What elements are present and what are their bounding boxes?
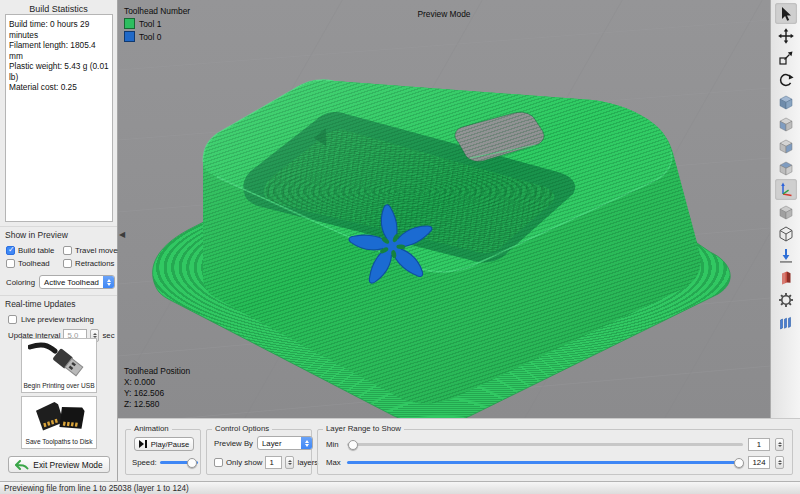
realtime-updates-label: Real-time Updates: [0, 295, 117, 311]
preview-controls-panel: Animation Play/Pause Speed: Control Opti…: [118, 418, 800, 481]
checkbox-label: Travel moves: [75, 246, 122, 255]
application-window: Build Statistics Build time: 0 hours 29 …: [0, 0, 800, 494]
toolhead-x-value: X: 0.000: [124, 377, 190, 388]
move-tool-icon[interactable]: [775, 25, 797, 46]
toolhead-position-title: Toolhead Position: [124, 366, 190, 377]
back-arrow-icon: [15, 460, 29, 470]
speed-row: Speed:: [132, 458, 198, 467]
interval-unit-label: sec: [102, 331, 114, 340]
stat-line: Filament length: 1805.4 mm: [9, 40, 109, 61]
view-toolbar: [770, 0, 800, 481]
min-slider-thumb[interactable]: [348, 440, 358, 450]
usb-cable-image: [22, 339, 96, 381]
view-front-icon[interactable]: [775, 113, 797, 134]
only-show-checkbox[interactable]: [214, 458, 223, 467]
min-layer-stepper[interactable]: [775, 438, 784, 451]
only-show-stepper[interactable]: [285, 456, 294, 469]
min-label: Min: [326, 440, 342, 449]
checkbox-toolhead[interactable]: Toolhead: [6, 257, 63, 270]
view-default-icon[interactable]: [775, 91, 797, 112]
exit-button-label: Exit Preview Mode: [33, 460, 102, 470]
toolhead-legend: Toolhead Number Tool 1Tool 0: [124, 6, 190, 42]
sidebar-collapse-handle[interactable]: ◀: [119, 230, 125, 239]
solid-render-icon[interactable]: [775, 201, 797, 222]
machine-settings-icon[interactable]: [775, 289, 797, 310]
stat-line: Build time: 0 hours 29 minutes: [9, 19, 109, 40]
disk-button-caption: Save Toolpaths to Disk: [26, 437, 93, 448]
legend-label: Tool 0: [139, 32, 161, 42]
only-show-row: Only show 1 layers: [214, 456, 318, 469]
control-options-label: Control Options: [212, 424, 272, 433]
coloring-row: Coloring Active Toolhead: [0, 270, 117, 293]
build-statistics-panel: Build Statistics Build time: 0 hours 29 …: [0, 0, 118, 481]
exit-preview-mode-button[interactable]: Exit Preview Mode: [8, 456, 110, 473]
rotate-tool-icon[interactable]: [775, 69, 797, 90]
checkbox-build-table[interactable]: Build table: [6, 244, 63, 257]
live-preview-tracking-checkbox[interactable]: Live preview tracking: [0, 311, 117, 324]
preview-by-row: Preview By Layer: [214, 436, 313, 450]
play-pause-button[interactable]: Play/Pause: [134, 437, 194, 451]
coloring-label: Coloring: [6, 278, 35, 287]
support-structures-icon[interactable]: [775, 267, 797, 288]
only-show-input[interactable]: 1: [265, 456, 282, 469]
legend-label: Tool 1: [139, 19, 161, 29]
status-text: Previewing file from line 1 to 25038 (la…: [4, 484, 189, 493]
max-slider-thumb[interactable]: [734, 458, 744, 468]
checkbox-icon[interactable]: [63, 259, 72, 268]
checkbox-icon[interactable]: [63, 246, 72, 255]
status-bar: Previewing file from line 1 to 25038 (la…: [0, 481, 800, 494]
drop-to-bed-icon[interactable]: [775, 245, 797, 266]
only-show-label: Only show: [226, 458, 262, 467]
legend-title: Toolhead Number: [124, 6, 190, 16]
toolpath-layers-icon[interactable]: [775, 311, 797, 332]
control-options-group: Control Options Preview By Layer Only sh…: [206, 429, 312, 475]
preview-by-dropdown[interactable]: Layer: [257, 436, 313, 450]
layer-range-label: Layer Range to Show: [323, 424, 404, 433]
max-layer-slider[interactable]: [347, 461, 743, 464]
coloring-value: Active Toolhead: [40, 278, 103, 287]
speed-slider[interactable]: [160, 461, 198, 464]
checkbox-label: Retractions: [75, 259, 114, 268]
animation-group-label: Animation: [131, 424, 172, 433]
begin-printing-usb-button[interactable]: Begin Printing over USB: [21, 338, 97, 393]
checkbox-travel-moves[interactable]: Travel moves: [63, 244, 119, 257]
scale-tool-icon[interactable]: [775, 47, 797, 68]
min-layer-row: Min 1: [326, 438, 784, 451]
view-side-icon[interactable]: [775, 135, 797, 156]
checkbox-icon[interactable]: [6, 246, 15, 255]
layer-range-group: Layer Range to Show Min 1 Max 124: [317, 429, 793, 475]
min-layer-slider[interactable]: [347, 443, 743, 446]
max-layer-stepper[interactable]: [775, 456, 784, 469]
preview-3d-viewport[interactable]: Preview Mode Toolhead Number Tool 1Tool …: [118, 0, 770, 418]
dropdown-stepper-icon: [301, 437, 312, 449]
legend-item: Tool 0: [124, 31, 190, 42]
min-layer-input[interactable]: 1: [748, 438, 770, 451]
checkbox-retractions[interactable]: Retractions: [63, 257, 119, 270]
toolhead-y-value: Y: 162.506: [124, 388, 190, 399]
animation-group: Animation Play/Pause Speed:: [125, 429, 201, 475]
toolhead-position-readout: Toolhead Position X: 0.000 Y: 162.506 Z:…: [124, 366, 190, 410]
coordinate-axes-icon[interactable]: [775, 179, 797, 200]
checkbox-icon[interactable]: [8, 315, 17, 324]
play-pause-icon: [139, 440, 148, 448]
view-top-icon[interactable]: [775, 157, 797, 178]
dropdown-stepper-icon: [103, 276, 114, 288]
select-tool-icon[interactable]: [775, 3, 797, 24]
cross-section-icon[interactable]: [775, 223, 797, 244]
checkbox-label: Build table: [18, 246, 54, 255]
max-label: Max: [326, 458, 342, 467]
coloring-dropdown[interactable]: Active Toolhead: [39, 275, 115, 289]
usb-button-caption: Begin Printing over USB: [23, 381, 94, 392]
speed-slider-thumb[interactable]: [187, 458, 197, 468]
max-layer-input[interactable]: 124: [748, 456, 770, 469]
stat-line: Material cost: 0.25: [9, 82, 109, 93]
save-toolpaths-disk-button[interactable]: Save Toolpaths to Disk: [21, 396, 97, 449]
printed-model-render: [118, 0, 770, 418]
show-in-preview-label: Show in Preview: [0, 226, 117, 242]
stat-line: Plastic weight: 5.43 g (0.01 lb): [9, 61, 109, 82]
max-layer-row: Max 124: [326, 456, 784, 469]
checkbox-icon[interactable]: [6, 259, 15, 268]
show-in-preview-section: Show in Preview Build tableTravel movesT…: [0, 224, 117, 342]
build-stats-box: Build time: 0 hours 29 minutesFilament l…: [5, 14, 113, 222]
checkbox-label: Toolhead: [18, 259, 50, 268]
